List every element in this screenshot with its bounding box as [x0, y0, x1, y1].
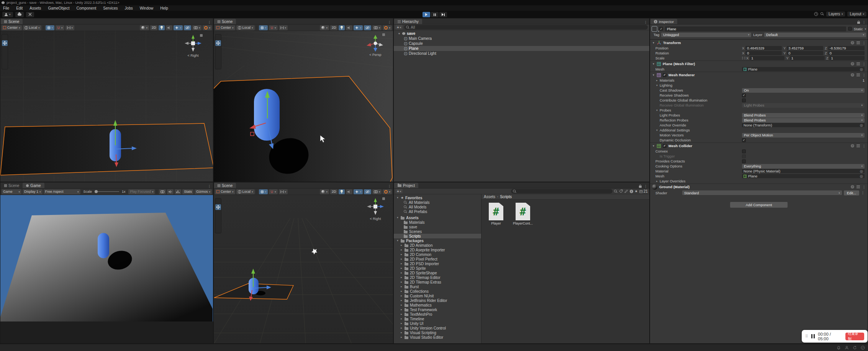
- rect-tool[interactable]: [215, 221, 221, 227]
- tag-dropdown[interactable]: Untagged▾: [661, 33, 751, 37]
- snap-toggle[interactable]: ▾: [56, 25, 64, 30]
- dynamic-occlusion-checkbox[interactable]: ✓: [742, 138, 746, 142]
- clock-icon[interactable]: [814, 12, 818, 16]
- collider-mesh-field[interactable]: Plane ◎: [742, 174, 865, 178]
- transform-tool[interactable]: [215, 227, 221, 233]
- expander-icon[interactable]: ▾: [652, 41, 655, 44]
- undo-history-button[interactable]: [26, 12, 34, 17]
- expander-icon[interactable]: ▸: [400, 248, 403, 251]
- account-dropdown[interactable]: ▾: [2, 12, 13, 17]
- snap-toggle[interactable]: ▾: [269, 189, 278, 194]
- assets-foldout[interactable]: ▾ Assets: [394, 215, 481, 220]
- package-item[interactable]: ▸ JetBrains Rider Editor: [394, 298, 481, 303]
- favorites-item[interactable]: All Models: [394, 205, 481, 209]
- expander-icon[interactable]: ▸: [400, 280, 403, 284]
- help-icon[interactable]: ?: [851, 62, 854, 66]
- orientation-dropdown[interactable]: Local▾: [23, 25, 41, 30]
- expander-icon[interactable]: ▸: [400, 303, 403, 307]
- view-orientation-label[interactable]: < Right: [188, 54, 199, 57]
- scene-viewport-right[interactable]: < Right: [0, 31, 213, 182]
- help-icon[interactable]: ?: [851, 73, 854, 77]
- plane-object[interactable]: [0, 123, 213, 175]
- expander-icon[interactable]: ▸: [400, 299, 403, 302]
- package-item[interactable]: ▸ Test Framework: [394, 307, 481, 312]
- convex-checkbox[interactable]: [742, 149, 746, 153]
- gizmos-dropdown[interactable]: Gizmos▾: [195, 189, 212, 194]
- rotate-tool[interactable]: [215, 46, 221, 52]
- component-menu-icon[interactable]: ⋮: [862, 185, 866, 189]
- stop-recording-button[interactable]: 结束录制: [845, 333, 864, 340]
- enabled-checkbox[interactable]: ✓: [663, 73, 667, 77]
- step-button[interactable]: [439, 12, 447, 17]
- scale-y-field[interactable]: 1: [790, 56, 825, 60]
- enabled-checkbox[interactable]: ✓: [663, 144, 667, 148]
- view-tool[interactable]: [215, 34, 221, 40]
- gizmos-visibility-dropdown[interactable]: ▾: [383, 189, 392, 194]
- scale-tool[interactable]: [215, 216, 221, 221]
- expander-icon[interactable]: ▸: [400, 285, 403, 288]
- expander-icon[interactable]: ▸: [400, 253, 403, 256]
- scene-audio-toggle[interactable]: [346, 25, 352, 30]
- rotation-x-field[interactable]: 0: [745, 51, 782, 55]
- metrics-button[interactable]: [175, 189, 181, 194]
- transform-tool[interactable]: [2, 63, 8, 69]
- panel-menu-icon[interactable]: ⋮: [388, 184, 391, 188]
- expander-icon[interactable]: ▸: [400, 244, 403, 247]
- hierarchy-scene-row[interactable]: ▾ save: [394, 31, 649, 36]
- capture-button[interactable]: [159, 189, 166, 194]
- tab-scene[interactable]: Scene: [1, 19, 23, 24]
- scene-audio-toggle[interactable]: [166, 25, 172, 30]
- favorites-item[interactable]: All Prefabs: [394, 209, 481, 214]
- panel-menu-icon[interactable]: ⋮: [208, 184, 211, 188]
- grid-snapping-toggle[interactable]: ▾: [46, 25, 55, 30]
- package-item[interactable]: ▸ 2D Common: [394, 252, 481, 257]
- tab-hierarchy[interactable]: Hierarchy: [394, 19, 422, 24]
- mesh-renderer-header[interactable]: ▾ ✓ Mesh Renderer ?⋮: [650, 72, 868, 78]
- menu-item[interactable]: Help: [160, 6, 168, 10]
- probes-foldout[interactable]: ▾Probes: [650, 108, 868, 113]
- tab-inspector[interactable]: i Inspector: [650, 19, 677, 24]
- transform-tool[interactable]: [215, 63, 221, 69]
- panel-menu-icon[interactable]: ⋮: [644, 20, 647, 24]
- rect-tool[interactable]: [215, 57, 221, 63]
- view-orientation-gizmo[interactable]: < Right: [182, 34, 204, 57]
- orientation-dropdown[interactable]: Local▾: [236, 25, 255, 30]
- anchor-override-field[interactable]: None (Transform) ◎: [742, 123, 865, 127]
- orientation-dropdown[interactable]: Local▾: [236, 189, 255, 194]
- provides-contacts-checkbox[interactable]: [742, 159, 746, 163]
- mute-audio-toggle[interactable]: [167, 189, 174, 194]
- preset-icon[interactable]: [857, 41, 860, 44]
- material-header[interactable]: Ground (Material) ?⋮: [650, 184, 868, 190]
- camera-settings-dropdown[interactable]: ▾: [372, 25, 382, 30]
- layer-overrides-foldout[interactable]: ▸Layer Overrides: [650, 179, 868, 184]
- view-orientation-gizmo[interactable]: < Persp: [365, 33, 386, 57]
- expander-icon[interactable]: ▾: [652, 144, 655, 148]
- physic-material-field[interactable]: None (Physic Material) ◎: [742, 169, 865, 173]
- scale-tool[interactable]: [215, 52, 221, 57]
- lighting-foldout[interactable]: ▾Lighting: [650, 83, 868, 88]
- materials-row[interactable]: ▸Materials 1: [650, 78, 868, 83]
- hierarchy-item[interactable]: Main Camera: [394, 36, 649, 41]
- additional-settings-foldout[interactable]: ▾Additional Settings: [650, 128, 868, 133]
- mesh-collider-header[interactable]: ▾ ✓ Mesh Collider ?⋮: [650, 143, 868, 149]
- rotate-tool[interactable]: [2, 46, 8, 52]
- package-item[interactable]: ▸ 2D Sprite: [394, 266, 481, 271]
- position-z-field[interactable]: -8.539179: [828, 46, 865, 50]
- scene-visibility-toggle[interactable]: [184, 25, 191, 30]
- pivot-dropdown[interactable]: Center▾: [215, 189, 235, 194]
- name-field[interactable]: Plane: [665, 26, 846, 31]
- expander-icon[interactable]: ▸: [400, 294, 403, 297]
- expander-icon[interactable]: ▸: [400, 267, 403, 270]
- component-menu-icon[interactable]: ⋮: [862, 62, 866, 66]
- menu-item[interactable]: Component: [77, 6, 97, 10]
- component-menu-icon[interactable]: ⋮: [862, 41, 866, 45]
- package-item[interactable]: ▸ Visual Scripting: [394, 330, 481, 335]
- package-item[interactable]: ▸ Burst: [394, 284, 481, 289]
- hidden-packages-count[interactable]: 21: [639, 189, 648, 194]
- package-item[interactable]: ▸ TextMeshPro: [394, 312, 481, 317]
- menu-item[interactable]: File: [3, 6, 9, 10]
- search-by-label-icon[interactable]: [619, 189, 623, 193]
- scene-viewport-right-2[interactable]: < Right: [214, 195, 393, 343]
- object-picker-icon[interactable]: ◎: [860, 67, 863, 71]
- expander-icon[interactable]: ▸: [400, 313, 403, 316]
